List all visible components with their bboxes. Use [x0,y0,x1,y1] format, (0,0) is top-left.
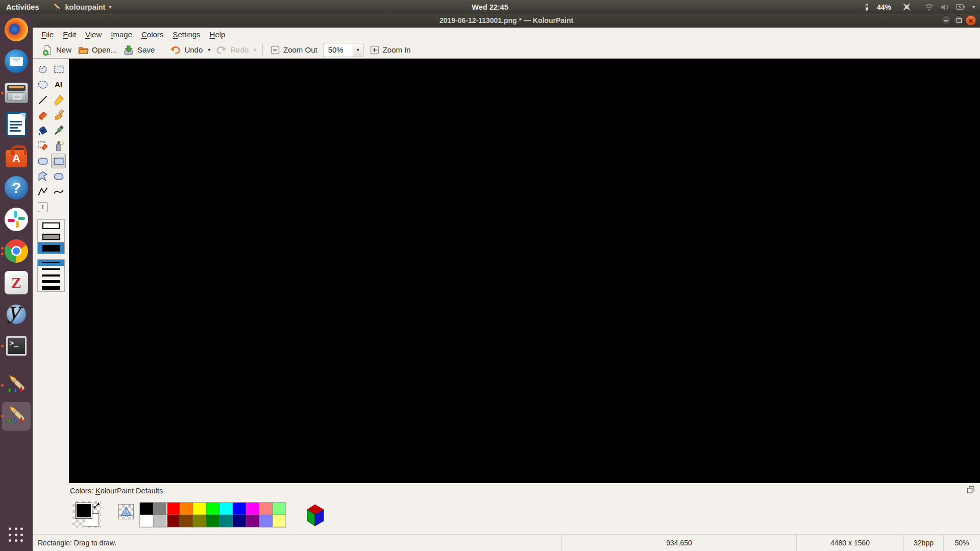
color-similarity-cube[interactable] [303,502,326,528]
palette-swatch[interactable] [273,515,286,527]
save-button[interactable]: Save [120,42,158,58]
tool-line[interactable] [35,92,50,107]
tool-zoom[interactable]: 1 [35,199,50,214]
dock-item-firefox[interactable] [0,14,33,45]
open-button[interactable]: Open... [75,42,120,58]
dock: A?Zy>_ [0,14,33,551]
palette-swatch[interactable] [233,515,246,527]
zoom-level-combobox[interactable]: 50% ▼ [324,43,363,57]
palette-swatch[interactable] [206,503,219,515]
tool-eraser[interactable] [35,108,50,122]
palette-swatch[interactable] [140,503,153,515]
dock-item-chrome[interactable] [0,235,33,267]
palette-swatch[interactable] [246,503,259,515]
dock-item-globe-script-app[interactable]: y [0,298,33,330]
tool-flood-fill[interactable] [35,123,50,138]
menu-colors[interactable]: Colors [137,29,168,40]
palette-swatch[interactable] [180,503,193,515]
dock-item-terminal[interactable]: >_ [0,330,33,362]
dock-item-kolourpaint-active[interactable] [0,400,33,431]
line-width-2px[interactable] [38,260,64,266]
undo-button[interactable]: Undo [166,42,206,58]
dock-item-show-applications[interactable] [0,519,33,551]
palette-swatch[interactable] [233,503,246,515]
undo-history-caret[interactable]: ▼ [206,47,212,53]
dock-item-slack[interactable] [0,204,33,235]
new-button[interactable]: New [39,42,75,58]
menu-image[interactable]: Image [106,29,137,40]
palette-swatch[interactable] [219,503,233,515]
maximize-button[interactable] [953,15,964,26]
wifi-icon [924,3,934,11]
tool-rounded-rectangle[interactable] [35,154,50,168]
palette-swatch[interactable] [193,503,206,515]
line-width-3px[interactable] [38,266,64,272]
tool-curve[interactable] [51,184,66,199]
dock-item-thunderbird[interactable] [0,45,33,77]
palette-swatch[interactable] [219,515,233,527]
tool-color-eraser[interactable] [35,138,50,153]
redo-button[interactable]: Redo [212,42,252,58]
line-width-4px[interactable] [38,272,64,279]
palette-swatch[interactable] [193,515,206,527]
tool-rectangular-selection[interactable] [51,62,66,77]
menu-view[interactable]: View [81,29,106,40]
dock-item-libreoffice-writer[interactable] [0,109,33,140]
new-document-icon [42,44,53,56]
tool-pen[interactable] [51,92,66,107]
zoom-in-button[interactable]: Zoom In [366,43,414,57]
palette-swatch[interactable] [166,503,180,515]
palette-swatch[interactable] [206,515,219,527]
menu-help[interactable]: Help [205,29,230,40]
palette-swatch[interactable] [259,515,273,527]
zoom-combobox-caret-icon[interactable]: ▼ [353,43,363,57]
tool-polygon[interactable] [35,169,50,184]
clock[interactable]: Wed 22:45 [0,3,980,11]
line-width-6px[interactable] [38,279,64,285]
close-button[interactable] [966,15,976,26]
tool-elliptical-selection[interactable] [35,77,50,92]
tool-brush[interactable] [51,108,66,122]
dock-item-help[interactable]: ? [0,172,33,204]
tool-spraycan[interactable] [51,138,66,153]
cursor-position: 934,650 [561,535,796,551]
tool-color-picker[interactable] [51,123,66,138]
menu-edit[interactable]: Edit [58,29,81,40]
titlebar[interactable]: 2019-06-12-113001.png * — KolourPaint [33,14,980,28]
palette-swatch[interactable] [273,503,286,515]
dock-item-zotero[interactable]: Z [0,267,33,298]
zoom-out-button[interactable]: Zoom Out [267,43,321,57]
palette-swatch[interactable] [259,503,273,515]
new-label: New [56,45,71,54]
palette-swatch[interactable] [246,515,259,527]
gnome-top-bar: Activities kolourpaint ▾ Wed 22:45 44% [0,0,980,14]
dock-item-ubuntu-software[interactable]: A [0,140,33,172]
palette-swatch[interactable] [153,515,166,527]
slack-icon [5,208,28,231]
dock-item-files[interactable] [0,77,33,109]
tool-rectangle[interactable] [51,154,66,168]
tool-connected-lines[interactable] [35,184,50,199]
palette-swatch[interactable] [180,515,193,527]
float-docker-button[interactable] [967,486,975,494]
zoom-level-value[interactable]: 50% [324,43,353,57]
palette-swatch[interactable] [153,503,166,515]
fill-style-no-fill[interactable] [38,220,64,231]
tool-text[interactable]: AI [51,77,66,92]
dock-item-kolourpaint[interactable] [0,370,33,400]
fill-style-fill-with-background[interactable] [38,231,64,242]
menu-settings[interactable]: Settings [168,29,205,40]
canvas[interactable] [69,59,980,483]
foreground-background-swatch[interactable] [72,501,101,528]
palette-swatch[interactable] [140,515,153,527]
transparent-color-swatch[interactable] [118,504,134,519]
line-width-8px[interactable] [38,285,64,291]
tool-ellipse[interactable] [51,169,66,184]
foreground-color-swatch[interactable] [76,503,92,518]
tool-free-form-selection[interactable] [35,62,50,77]
menu-file[interactable]: File [37,29,58,40]
fill-style-fill-with-foreground[interactable] [38,242,64,254]
system-menu-caret-icon[interactable]: ▾ [972,4,975,10]
palette-swatch[interactable] [166,515,180,527]
minimize-button[interactable] [941,15,951,26]
